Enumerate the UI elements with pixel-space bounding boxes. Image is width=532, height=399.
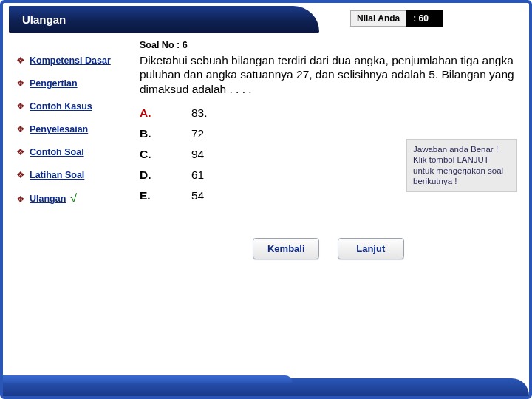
sidebar-item-label: Penyelesaian xyxy=(30,124,88,134)
feedback-box: Jawaban anda Benar ! Klik tombol LANJUT … xyxy=(406,139,517,192)
sidebar-item-contoh-soal[interactable]: ❖ Contoh Soal xyxy=(16,146,128,157)
header-title-text: Ulangan xyxy=(22,13,66,26)
diamond-bullet-icon: ❖ xyxy=(16,169,25,180)
option-value: 72 xyxy=(191,127,204,140)
sidebar-item-label: Latihan Soal xyxy=(30,170,84,180)
option-value: 54 xyxy=(191,189,204,202)
next-button[interactable]: Lanjut xyxy=(338,238,404,259)
diamond-bullet-icon: ❖ xyxy=(16,123,25,134)
feedback-text: Jawaban anda Benar ! Klik tombol LANJUT … xyxy=(413,145,503,185)
option-letter: D. xyxy=(140,168,191,182)
content-area: Soal No : 6 Diketahui sebuah bilangan te… xyxy=(132,35,529,375)
diamond-bullet-icon: ❖ xyxy=(16,78,25,89)
score-box: Nilai Anda : 60 xyxy=(350,10,443,27)
diamond-bullet-icon: ❖ xyxy=(16,194,25,205)
score-label: Nilai Anda xyxy=(350,10,406,27)
header: Ulangan Nilai Anda : 60 xyxy=(3,3,529,35)
option-letter: B. xyxy=(140,127,191,140)
diamond-bullet-icon: ❖ xyxy=(16,55,25,66)
footer-decoration xyxy=(3,378,529,396)
option-value: 94 xyxy=(191,148,204,161)
sidebar-item-pengertian[interactable]: ❖ Pengertian xyxy=(16,78,128,89)
page-title: Ulangan xyxy=(9,6,319,33)
sidebar-item-penyelesaian[interactable]: ❖ Penyelesaian xyxy=(16,123,128,134)
option-letter: E. xyxy=(140,189,191,202)
sidebar-item-label: Contoh Soal xyxy=(30,147,84,157)
sidebar-item-label: Ulangan xyxy=(30,194,66,204)
question-text: Diketahui sebuah bilangan terdiri dari d… xyxy=(140,53,517,96)
sidebar-item-label: Contoh Kasus xyxy=(30,101,92,112)
sidebar-item-label: Kompetensi Dasar xyxy=(30,55,111,66)
next-button-label: Lanjut xyxy=(356,243,385,254)
score-value: : 60 xyxy=(406,10,443,27)
sidebar: ❖ Kompetensi Dasar ❖ Pengertian ❖ Contoh… xyxy=(3,35,132,375)
option-letter: A. xyxy=(140,106,191,120)
option-value: 61 xyxy=(191,168,204,182)
sidebar-item-kompetensi-dasar[interactable]: ❖ Kompetensi Dasar xyxy=(16,55,128,66)
option-letter: C. xyxy=(140,148,191,161)
back-button[interactable]: Kembali xyxy=(253,238,319,259)
button-row: Kembali Lanjut xyxy=(140,238,517,259)
sidebar-item-latihan-soal[interactable]: ❖ Latihan Soal xyxy=(16,169,128,180)
option-a[interactable]: A. 83. xyxy=(140,106,517,120)
option-value: 83. xyxy=(191,106,208,120)
check-icon: √ xyxy=(70,192,77,205)
sidebar-item-contoh-kasus[interactable]: ❖ Contoh Kasus xyxy=(16,100,128,112)
back-button-label: Kembali xyxy=(267,243,305,254)
sidebar-item-label: Pengertian xyxy=(30,78,78,89)
sidebar-item-ulangan[interactable]: ❖ Ulangan √ xyxy=(16,192,128,205)
diamond-bullet-icon: ❖ xyxy=(16,146,25,157)
question-number: Soal No : 6 xyxy=(140,40,517,50)
diamond-bullet-icon: ❖ xyxy=(16,100,25,112)
